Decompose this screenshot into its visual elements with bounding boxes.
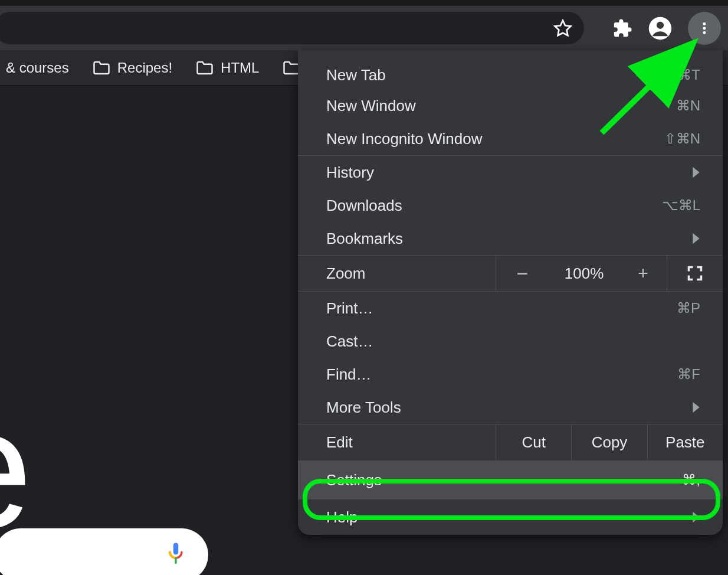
edit-cut-button[interactable]: Cut [496, 424, 571, 460]
menu-incognito[interactable]: New Incognito Window ⇧⌘N [298, 122, 723, 155]
google-logo-fragment: e [0, 382, 32, 553]
bookmark-folder-recipes[interactable]: Recipes! [87, 56, 178, 80]
menu-new-window[interactable]: New Window ⌘N [298, 89, 723, 122]
bookmark-folder-html[interactable]: HTML [190, 56, 265, 80]
menu-label: New Tab [326, 66, 386, 84]
svg-point-3 [703, 22, 706, 25]
google-search-box[interactable] [0, 528, 208, 575]
window-top-strip [0, 0, 728, 6]
submenu-arrow-icon [692, 398, 700, 417]
menu-label: Help [326, 508, 358, 527]
svg-marker-10 [693, 402, 699, 413]
mic-icon[interactable] [166, 542, 186, 568]
star-icon[interactable] [553, 19, 572, 38]
folder-icon [196, 60, 214, 76]
bookmark-label: & courses [6, 60, 69, 76]
menu-shortcut: ⌥⌘L [662, 197, 700, 214]
zoom-out-button[interactable]: − [496, 256, 549, 291]
menu-label: New Window [326, 97, 416, 115]
menu-shortcut: ⌘N [676, 97, 700, 114]
submenu-arrow-icon [692, 508, 700, 527]
menu-shortcut: ⌘, [682, 472, 700, 488]
menu-more-tools[interactable]: More Tools [298, 391, 723, 424]
menu-shortcut: ⌘F [677, 366, 700, 383]
menu-label: More Tools [326, 398, 401, 417]
extensions-icon[interactable] [612, 18, 632, 38]
edit-paste-button[interactable]: Paste [647, 424, 723, 460]
svg-marker-0 [555, 20, 571, 35]
menu-label: Settings [326, 471, 382, 489]
svg-marker-11 [693, 512, 699, 522]
svg-rect-6 [173, 543, 179, 555]
submenu-arrow-icon [692, 230, 700, 248]
menu-zoom-label: Zoom [298, 256, 496, 291]
svg-marker-8 [693, 167, 699, 178]
bookmark-label: HTML [221, 60, 259, 76]
svg-point-5 [703, 31, 706, 34]
menu-help[interactable]: Help [298, 499, 723, 535]
menu-print[interactable]: Print… ⌘P [298, 292, 723, 325]
menu-edit-row: Edit Cut Copy Paste [298, 424, 723, 460]
menu-history[interactable]: History [298, 156, 723, 189]
svg-point-2 [657, 21, 664, 28]
menu-bookmarks[interactable]: Bookmarks [298, 222, 723, 255]
menu-label: Print… [326, 299, 373, 318]
zoom-in-button[interactable]: + [619, 256, 667, 291]
menu-shortcut: ⌘P [677, 300, 700, 316]
menu-shortcut: ⇧⌘N [664, 130, 700, 147]
edit-copy-button[interactable]: Copy [571, 424, 647, 460]
menu-find[interactable]: Find… ⌘F [298, 358, 723, 391]
browser-toolbar [0, 6, 728, 50]
more-menu-button[interactable] [688, 12, 721, 45]
bookmark-item[interactable]: & courses [0, 56, 75, 80]
chrome-menu: New Tab ⌘T New Window ⌘N New Incognito W… [298, 50, 723, 535]
menu-zoom-row: Zoom − 100% + [298, 255, 723, 292]
menu-cast[interactable]: Cast… [298, 325, 723, 358]
menu-label: Downloads [326, 197, 402, 215]
menu-new-tab[interactable]: New Tab ⌘T [298, 50, 723, 89]
profile-icon[interactable] [648, 16, 673, 41]
menu-label: History [326, 164, 374, 182]
menu-label: Find… [326, 365, 372, 384]
folder-icon [93, 60, 110, 76]
zoom-percent: 100% [549, 256, 619, 291]
menu-label: New Incognito Window [326, 130, 482, 148]
menu-label: Bookmarks [326, 230, 403, 248]
menu-settings[interactable]: Settings ⌘, [298, 461, 723, 499]
omnibox[interactable] [0, 12, 584, 44]
menu-shortcut: ⌘T [677, 67, 700, 83]
svg-marker-9 [693, 233, 699, 244]
menu-label: Cast… [326, 332, 373, 351]
menu-edit-label: Edit [298, 424, 496, 460]
submenu-arrow-icon [692, 164, 700, 182]
fullscreen-button[interactable] [667, 256, 723, 291]
svg-point-4 [703, 27, 706, 30]
bookmark-label: Recipes! [117, 60, 172, 76]
menu-downloads[interactable]: Downloads ⌥⌘L [298, 189, 723, 222]
